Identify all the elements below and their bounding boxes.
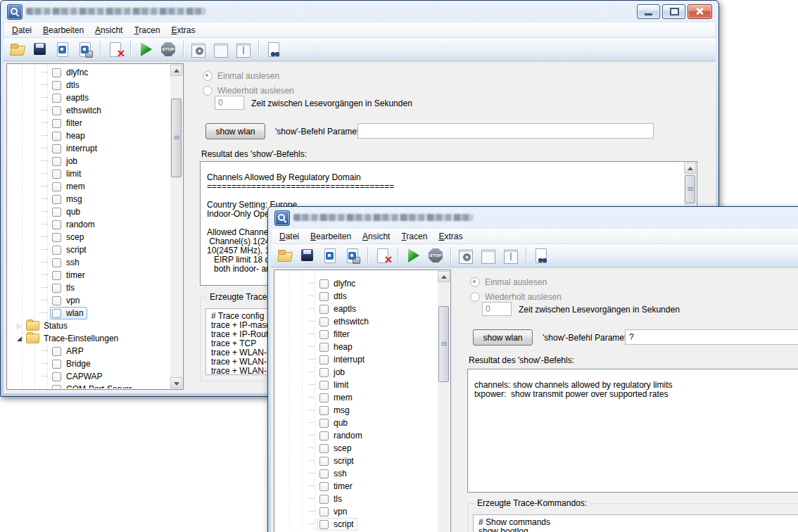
tree-item-bridge[interactable]: Bridge <box>8 357 170 370</box>
tree-item-vpn[interactable]: vpn <box>8 294 170 307</box>
tree-item-eaptls[interactable]: eaptls <box>275 303 438 315</box>
tree-item-script[interactable]: script <box>275 518 438 531</box>
checkbox[interactable] <box>52 220 61 229</box>
checkbox[interactable] <box>52 208 61 217</box>
checkbox[interactable] <box>52 68 61 77</box>
menu-datei[interactable]: Datei <box>6 24 37 37</box>
open-trace-button[interactable] <box>8 40 27 58</box>
tree-item-random[interactable]: random <box>8 218 170 231</box>
checkbox[interactable] <box>319 431 329 441</box>
show-wlan-button[interactable]: show wlan <box>473 329 533 346</box>
scrollbar-thumb[interactable] <box>685 175 695 203</box>
checkbox[interactable] <box>319 406 329 415</box>
tree-item-dlyfnc[interactable]: dlyfnc <box>8 66 170 79</box>
close-button[interactable] <box>688 4 712 19</box>
menu-tracen[interactable]: Tracen <box>395 230 433 243</box>
checkbox[interactable] <box>319 330 329 339</box>
menu-extras[interactable]: Extras <box>165 24 201 37</box>
tree-scrollbar[interactable] <box>438 271 450 532</box>
tree-item-scep[interactable]: scep <box>275 442 438 455</box>
checkbox[interactable] <box>319 393 329 403</box>
start-trace-button[interactable] <box>137 40 155 58</box>
checkbox[interactable] <box>52 271 61 280</box>
checkbox[interactable] <box>319 495 329 504</box>
scroll-up-icon[interactable] <box>170 65 182 76</box>
scroll-up-icon[interactable] <box>684 163 696 174</box>
checkbox[interactable] <box>319 292 329 301</box>
checkbox[interactable] <box>52 195 61 204</box>
radio-read-repeat[interactable]: Wiederholt auslesen <box>203 86 294 96</box>
save-trace-button[interactable] <box>31 40 49 58</box>
app-icon[interactable] <box>7 4 23 20</box>
checkbox[interactable] <box>52 385 61 389</box>
tree-item-dtls[interactable]: dtls <box>275 290 438 303</box>
tree-item-scep[interactable]: scep <box>8 231 170 243</box>
checkbox[interactable] <box>319 520 329 529</box>
checkbox[interactable] <box>52 106 61 115</box>
tree-item-ethswitch[interactable]: ethswitch <box>8 104 170 117</box>
menu-tracen[interactable]: Tracen <box>128 24 165 37</box>
new-trace-view-button[interactable] <box>321 246 339 265</box>
tree-item-script[interactable]: script <box>8 243 170 256</box>
tree-item-interrupt[interactable]: interrupt <box>275 353 438 366</box>
tree-item-mem[interactable]: mem <box>275 391 438 404</box>
minimize-button[interactable] <box>637 4 660 19</box>
menu-bearbeiten[interactable]: Bearbeiten <box>37 24 89 37</box>
delete-trace-button[interactable] <box>106 40 125 58</box>
tree-item-heap[interactable]: heap <box>8 129 170 142</box>
checkbox[interactable] <box>52 233 61 242</box>
tree-item-tls[interactable]: tls <box>8 281 170 294</box>
checkbox[interactable] <box>319 305 329 314</box>
trace-settings-button[interactable] <box>189 40 208 58</box>
tree-item-tls[interactable]: tls <box>275 493 438 505</box>
tree-item-limit[interactable]: limit <box>275 379 438 391</box>
split-pane-view-button[interactable] <box>234 40 253 58</box>
menu-ansicht[interactable]: Ansicht <box>89 24 128 37</box>
tree-item-job[interactable]: job <box>275 366 438 379</box>
menu-extras[interactable]: Extras <box>433 230 468 243</box>
save-trace-view-button[interactable] <box>76 40 94 58</box>
tree-item-job[interactable]: job <box>8 155 170 167</box>
app-icon[interactable] <box>274 210 290 226</box>
checkbox[interactable] <box>319 507 329 517</box>
checkbox[interactable] <box>319 368 329 377</box>
title-bar[interactable] <box>268 207 798 228</box>
checkbox[interactable] <box>319 469 329 479</box>
start-trace-button[interactable] <box>404 246 422 265</box>
menu-ansicht[interactable]: Ansicht <box>357 230 395 243</box>
interval-seconds-input[interactable] <box>482 302 512 316</box>
trace-settings-button[interactable] <box>457 246 475 265</box>
tree-item-dlyfnc[interactable]: dlyfnc <box>275 277 438 290</box>
scrollbar-thumb[interactable] <box>438 306 449 382</box>
tree-item-mem[interactable]: mem <box>8 180 170 193</box>
delete-trace-button[interactable] <box>374 246 392 265</box>
tree-item-limit[interactable]: limit <box>8 167 170 180</box>
menu-datei[interactable]: Datei <box>274 230 305 243</box>
collapse-arrow-icon[interactable]: ◢ <box>17 335 26 342</box>
split-pane-view-button[interactable] <box>502 246 520 265</box>
maximize-button[interactable] <box>662 4 685 19</box>
interval-seconds-input[interactable] <box>215 96 244 110</box>
show-parameter-input[interactable] <box>357 123 654 139</box>
tree-item-capwap[interactable]: CAPWAP <box>8 370 170 383</box>
tree-item-msg[interactable]: msg <box>275 404 438 417</box>
checkbox[interactable] <box>52 258 61 267</box>
checkbox[interactable] <box>52 284 61 293</box>
tree-item-ssh[interactable]: ssh <box>8 256 170 269</box>
search-trace-button[interactable] <box>265 40 283 58</box>
checkbox[interactable] <box>319 317 329 327</box>
checkbox[interactable] <box>52 182 61 191</box>
tree-item-timer[interactable]: timer <box>275 480 438 493</box>
tree-item-filter[interactable]: filter <box>8 117 170 129</box>
tree-item-qub[interactable]: qub <box>275 417 438 429</box>
tree-item-ethswitch[interactable]: ethswitch <box>275 315 438 328</box>
save-trace-view-button[interactable] <box>343 246 362 265</box>
checkbox[interactable] <box>319 444 329 453</box>
radio-read-once[interactable]: Einmal auslesen <box>470 277 547 287</box>
checkbox[interactable] <box>319 419 329 428</box>
tree-item-script[interactable]: script <box>275 455 438 467</box>
checkbox[interactable] <box>319 457 329 466</box>
expand-arrow-icon[interactable]: ▷ <box>17 323 26 329</box>
checkbox[interactable] <box>52 144 61 153</box>
tree-item-ssh[interactable]: ssh <box>275 467 438 480</box>
